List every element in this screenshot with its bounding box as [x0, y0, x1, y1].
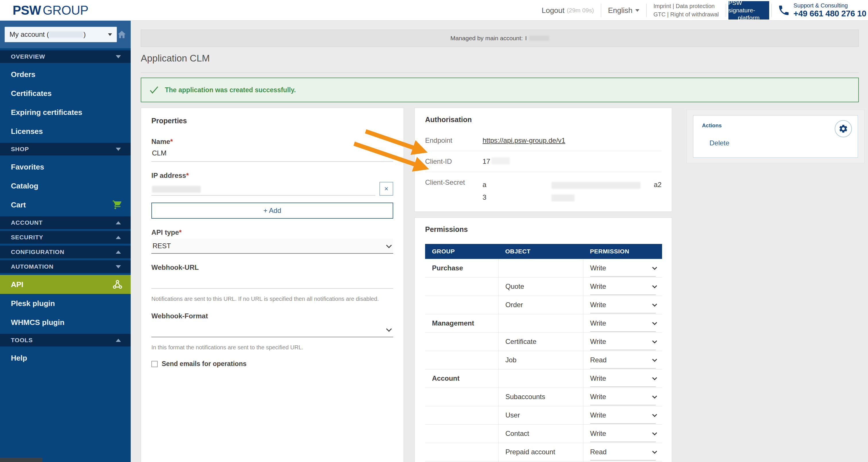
required-mark: * — [170, 137, 173, 145]
language-selector[interactable]: English — [601, 6, 646, 15]
sidebar-section-security[interactable]: SECURITY — [0, 231, 131, 244]
ip-address-field[interactable] — [151, 181, 375, 196]
properties-heading: Properties — [151, 117, 393, 125]
send-emails-row: Send emails for operations — [151, 360, 393, 368]
chevron-up-icon — [116, 236, 121, 239]
group-cell — [425, 406, 498, 424]
chevron-down-icon — [652, 357, 657, 362]
sidebar-item-licenses[interactable]: Licenses — [0, 122, 131, 141]
legal-line1[interactable]: Imprint | Data protection — [653, 3, 715, 9]
sidebar-item-catalog[interactable]: Catalog — [0, 177, 131, 195]
status-tooltip-partial — [0, 458, 42, 462]
client-secret-redacted — [552, 182, 641, 189]
send-emails-checkbox[interactable] — [151, 361, 158, 367]
table-row: SubaccountsWrite — [425, 388, 662, 406]
permission-select[interactable]: Write — [588, 338, 658, 346]
managed-by-text: Managed by main account: — [451, 35, 523, 42]
client-secret-value: a 3 a2 — [483, 178, 661, 204]
client-secret-fragment-right: a2 — [654, 178, 661, 204]
table-row: ContactWrite — [425, 424, 662, 443]
home-icon — [117, 30, 127, 39]
sidebar-section-automation[interactable]: AUTOMATION — [0, 260, 131, 273]
webhook-format-select[interactable] — [151, 322, 393, 337]
sidebar-item-whmcs-plugin[interactable]: WHMCS plugin — [0, 313, 131, 332]
permission-select[interactable]: Write — [588, 319, 658, 327]
permission-select[interactable]: Write — [588, 301, 658, 309]
name-field[interactable]: CLM — [151, 146, 393, 162]
table-row: CertificateWrite — [425, 332, 662, 351]
authorisation-panel: Authorisation Endpoint https://api.psw-g… — [414, 108, 672, 212]
logout-button[interactable]: Logout (29m 09s) — [535, 6, 601, 15]
permission-select[interactable]: Read — [588, 356, 658, 364]
permission-select[interactable]: Read — [588, 448, 658, 456]
logo-light: GROUP — [43, 3, 89, 17]
psw-signature-platform-button[interactable]: PSW signature- platform — [728, 1, 769, 20]
phone-icon — [777, 4, 790, 17]
item-label: Help — [11, 354, 27, 363]
permission-select[interactable]: Write — [588, 282, 658, 290]
table-row: AccountWrite — [425, 369, 662, 388]
section-label: OVERVIEW — [11, 53, 45, 60]
group-cell: Purchase — [425, 259, 498, 277]
sidebar-section-tools[interactable]: TOOLS — [0, 334, 131, 346]
object-cell: Certificate — [498, 332, 583, 351]
sidebar-section-shop[interactable]: SHOP — [0, 143, 131, 155]
language-label: English — [608, 6, 632, 15]
sidebar-section-account[interactable]: ACCOUNT — [0, 216, 131, 229]
table-row: JobRead — [425, 351, 662, 369]
table-row: PurchaseWrite — [425, 259, 662, 277]
properties-panel: Properties Name* CLM IP address* × + Add… — [141, 108, 404, 462]
settings-button[interactable] — [835, 120, 852, 137]
ip-value-redacted — [152, 186, 201, 193]
client-secret-label: Client-Secret — [425, 178, 483, 186]
sidebar-item-help[interactable]: Help — [0, 348, 131, 367]
permission-select[interactable]: Write — [588, 374, 658, 382]
api-type-label: API type* — [151, 228, 393, 237]
endpoint-row: Endpoint https://api.psw-group.de/v1 — [425, 130, 661, 151]
sidebar-item-certificates[interactable]: Certificates — [0, 84, 131, 103]
sidebar-section-overview[interactable]: OVERVIEW — [0, 50, 131, 63]
delete-button[interactable]: Delete — [709, 139, 729, 147]
api-type-select[interactable]: REST — [151, 239, 393, 254]
header-right-cluster: Logout (29m 09s) English Imprint | Data … — [535, 0, 867, 21]
sidebar-item-expiring-certificates[interactable]: Expiring certificates — [0, 103, 131, 122]
remove-ip-button[interactable]: × — [379, 182, 393, 196]
section-label: SECURITY — [11, 234, 43, 241]
chevron-up-icon — [116, 339, 121, 342]
sidebar-item-favorites[interactable]: Favorites — [0, 157, 131, 177]
permission-select[interactable]: Write — [588, 411, 658, 419]
endpoint-link[interactable]: https://api.psw-group.de/v1 — [483, 136, 565, 145]
sidebar-item-api[interactable]: API — [0, 275, 131, 294]
sidebar-item-cart[interactable]: Cart — [0, 195, 131, 214]
legal-links[interactable]: Imprint | Data protection GTC | Right of… — [647, 2, 726, 19]
permission-select[interactable]: Write — [588, 264, 658, 272]
webhook-url-help: Notifications are sent to this URL. If n… — [151, 296, 393, 302]
permission-select[interactable]: Write — [588, 430, 658, 438]
legal-line2[interactable]: GTC | Right of withdrawal — [653, 11, 719, 18]
sidebar-section-configuration[interactable]: CONFIGURATION — [0, 246, 131, 258]
object-cell: User — [498, 406, 583, 424]
permission-select[interactable]: Write — [588, 393, 658, 401]
sidebar-item-plesk-plugin[interactable]: Plesk plugin — [0, 294, 131, 313]
name-label: Name* — [151, 137, 393, 146]
support-phone-number: +49 661 480 276 10 — [794, 9, 866, 19]
home-button[interactable] — [117, 30, 127, 39]
object-cell — [498, 369, 583, 388]
ip-address-label: IP address* — [151, 172, 393, 180]
webhook-url-field[interactable] — [151, 274, 393, 289]
add-ip-button[interactable]: + Add — [151, 203, 393, 219]
chevron-down-icon — [652, 449, 657, 454]
client-secret-fragment-2: 3 — [483, 191, 552, 204]
column-header-object: OBJECT — [498, 244, 583, 259]
item-label: Plesk plugin — [11, 299, 55, 308]
account-select-suffix: ) — [83, 30, 86, 38]
success-alert: The application was created successfully… — [141, 78, 859, 102]
account-name-redacted — [49, 31, 83, 38]
webhook-format-label: Webhook-Format — [151, 312, 393, 320]
actions-container: Actions Delete — [686, 110, 865, 163]
account-select[interactable]: My account ( ) — [5, 27, 117, 42]
table-header-row: GROUP OBJECT PERMISSION — [425, 244, 662, 259]
gear-icon — [838, 124, 848, 133]
sidebar-item-orders[interactable]: Orders — [0, 65, 131, 84]
group-cell — [425, 332, 498, 351]
